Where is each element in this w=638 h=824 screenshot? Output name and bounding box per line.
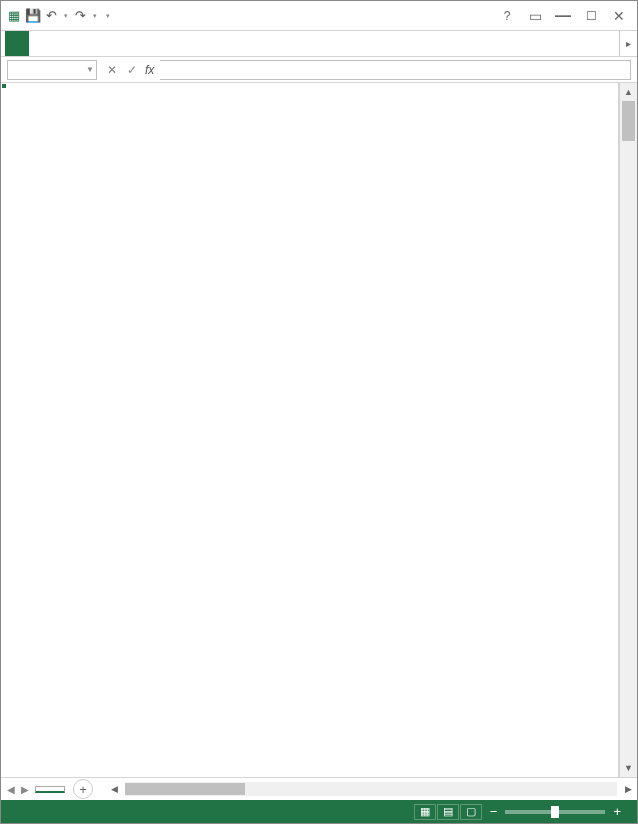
help-icon[interactable]: ? <box>495 6 519 26</box>
undo-dropdown[interactable]: ▾ <box>62 12 70 20</box>
scroll-up-icon[interactable]: ▲ <box>620 83 637 101</box>
h-scroll-track[interactable] <box>125 782 617 796</box>
save-icon[interactable]: 💾 <box>24 7 41 24</box>
undo-icon[interactable]: ↶ <box>43 7 60 24</box>
view-normal-icon[interactable]: ▦ <box>414 804 436 820</box>
view-page-break-icon[interactable]: ▢ <box>460 804 482 820</box>
redo-icon[interactable]: ↷ <box>72 7 89 24</box>
name-box[interactable]: ▼ <box>7 60 97 80</box>
tab-review[interactable] <box>177 31 205 56</box>
zoom-out-button[interactable]: − <box>490 804 498 819</box>
fill-handle[interactable] <box>1 83 7 89</box>
sheet-nav: ◀ ▶ <box>1 784 35 795</box>
title-bar: ▦ 💾 ↶▾ ↷▾ ▾ ? ▭ — ☐ ✕ <box>1 1 637 31</box>
close-button[interactable]: ✕ <box>607 6 631 26</box>
tab-developer[interactable] <box>233 31 251 56</box>
tab-file[interactable] <box>5 31 29 56</box>
tab-formulas[interactable] <box>121 31 149 56</box>
vertical-scrollbar[interactable]: ▲ ▼ <box>619 83 637 777</box>
ribbon-scroll-icon[interactable]: ▸ <box>619 31 637 56</box>
scroll-right-icon[interactable]: ▶ <box>619 784 637 794</box>
horizontal-scrollbar[interactable]: ◀ ▶ <box>105 782 637 796</box>
status-bar: ▦ ▤ ▢ − + <box>1 800 637 823</box>
scroll-left-icon[interactable]: ◀ <box>105 784 123 794</box>
sheet-nav-prev-icon[interactable]: ◀ <box>7 784 15 795</box>
view-page-layout-icon[interactable]: ▤ <box>437 804 459 820</box>
grid-area: ▲ ▼ <box>1 83 637 777</box>
formula-bar-input[interactable] <box>160 60 631 80</box>
view-buttons: ▦ ▤ ▢ <box>414 804 482 820</box>
sheet-tab-a[interactable] <box>35 786 65 793</box>
formula-buttons: ✕ ✓ fx <box>103 63 154 77</box>
tab-home[interactable] <box>37 31 65 56</box>
tab-insert[interactable] <box>65 31 93 56</box>
zoom-slider[interactable] <box>505 810 605 814</box>
ribbon-display-icon[interactable]: ▭ <box>523 6 547 26</box>
window-controls: ? ▭ — ☐ ✕ <box>495 6 637 26</box>
maximize-button[interactable]: ☐ <box>579 6 603 26</box>
add-sheet-button[interactable]: + <box>73 779 93 799</box>
tab-page-layout[interactable] <box>93 31 121 56</box>
ribbon-tabs: ▸ <box>1 31 637 57</box>
sheet-tabs-row: ◀ ▶ + ◀ ▶ <box>1 777 637 800</box>
enter-formula-icon[interactable]: ✓ <box>123 63 141 77</box>
scroll-track[interactable] <box>620 101 637 759</box>
formula-bar-row: ▼ ✕ ✓ fx <box>1 57 637 83</box>
scroll-down-icon[interactable]: ▼ <box>620 759 637 777</box>
cancel-formula-icon[interactable]: ✕ <box>103 63 121 77</box>
tab-data[interactable] <box>149 31 177 56</box>
minimize-button[interactable]: — <box>551 6 575 26</box>
quick-access-toolbar: ▦ 💾 ↶▾ ↷▾ ▾ <box>1 7 115 24</box>
redo-dropdown[interactable]: ▾ <box>91 12 99 20</box>
tab-view[interactable] <box>205 31 233 56</box>
fx-icon[interactable]: fx <box>145 63 154 77</box>
sheet-nav-next-icon[interactable]: ▶ <box>21 784 29 795</box>
excel-icon: ▦ <box>5 7 22 24</box>
h-scroll-thumb[interactable] <box>125 783 245 795</box>
scroll-thumb[interactable] <box>622 101 635 141</box>
spreadsheet-grid[interactable] <box>1 83 619 777</box>
zoom-in-button[interactable]: + <box>613 804 621 819</box>
name-box-dropdown-icon[interactable]: ▼ <box>86 65 94 74</box>
qat-customize[interactable]: ▾ <box>101 12 115 20</box>
